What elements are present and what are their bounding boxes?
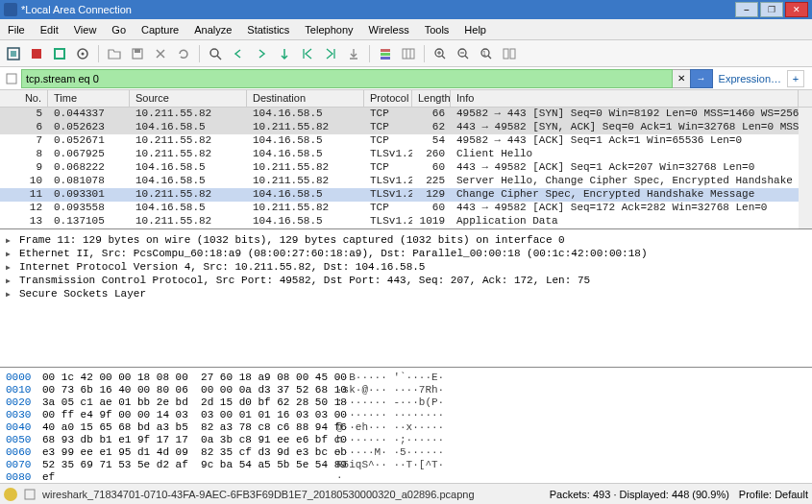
bookmark-filter-icon[interactable] (2, 69, 21, 88)
menu-edit[interactable]: Edit (33, 19, 66, 39)
expression-link[interactable]: Expression… (719, 73, 781, 84)
auto-scroll-icon[interactable] (344, 44, 363, 63)
menu-telephony[interactable]: Telephony (297, 19, 360, 39)
svg-rect-3 (55, 49, 64, 59)
svg-text:1: 1 (482, 50, 486, 57)
zoom-reset-icon[interactable]: 1 (477, 44, 496, 63)
reload-icon[interactable] (174, 44, 193, 63)
hex-line[interactable]: 005068 93 db b1 e1 9f 17 17 0a 3b c8 91 … (6, 434, 806, 446)
zoom-in-icon[interactable] (431, 44, 450, 63)
packet-row[interactable]: 80.06792510.211.55.82104.16.58.5TLSv1.22… (0, 148, 812, 161)
svg-rect-11 (381, 53, 390, 56)
expand-triangle-icon[interactable]: ▶ (6, 250, 15, 258)
packet-row[interactable]: 110.09330110.211.55.82104.16.58.5TLSv1.2… (0, 188, 812, 202)
menu-file[interactable]: File (0, 19, 33, 39)
svg-line-17 (442, 56, 445, 59)
status-packets: Packets: 493 · Displayed: 448 (90.9%) (550, 489, 729, 500)
clear-filter-button[interactable]: ✕ (672, 69, 691, 88)
svg-rect-29 (25, 490, 35, 499)
close-button[interactable]: ✕ (785, 2, 808, 17)
hex-line[interactable]: 000000 1c 42 00 00 18 08 00 27 60 18 a9 … (6, 372, 806, 384)
expand-triangle-icon[interactable]: ▶ (6, 290, 15, 299)
expand-triangle-icon[interactable]: ▶ (6, 236, 15, 245)
scrollbar-head (799, 90, 812, 107)
window-title: *Local Area Connection (21, 4, 733, 15)
start-capture-icon[interactable] (27, 44, 46, 63)
restart-capture-icon[interactable] (73, 44, 92, 63)
status-bar: wireshark_71834701-0710-43FA-9AEC-6FB3F6… (0, 483, 812, 504)
status-profile[interactable]: Profile: Default (739, 489, 808, 500)
detail-line[interactable]: ▶Internet Protocol Version 4, Src: 10.21… (6, 260, 806, 274)
col-proto[interactable]: Protocol (364, 90, 412, 107)
detail-line[interactable]: ▶Transmission Control Protocol, Src Port… (6, 274, 806, 287)
main-toolbar: 1 (0, 40, 812, 67)
svg-rect-1 (11, 51, 16, 57)
col-info[interactable]: Info (451, 90, 799, 107)
col-dst[interactable]: Destination (247, 90, 364, 107)
menu-help[interactable]: Help (456, 19, 494, 39)
add-filter-button[interactable]: + (787, 70, 804, 87)
menu-tools[interactable]: Tools (417, 19, 457, 39)
expand-triangle-icon[interactable]: ▶ (6, 263, 15, 272)
packet-row[interactable]: 60.052623104.16.58.510.211.55.82TCP62443… (0, 121, 812, 134)
packet-list[interactable]: No. Time Source Destination Protocol Len… (0, 90, 812, 229)
packet-detail-pane[interactable]: ▶Frame 11: 129 bytes on wire (1032 bits)… (0, 229, 812, 368)
hex-line[interactable]: 004040 a0 15 65 68 bd a3 b5 82 a3 78 c8 … (6, 421, 806, 434)
packet-row[interactable]: 100.081078104.16.58.510.211.55.82TLSv1.2… (0, 175, 812, 188)
detail-line[interactable]: ▶Frame 11: 129 bytes on wire (1032 bits)… (6, 233, 806, 247)
minimize-button[interactable]: ‒ (735, 2, 758, 17)
packet-row[interactable]: 70.05267110.211.55.82104.16.58.5TCP54495… (0, 134, 812, 148)
go-forward-icon[interactable] (252, 44, 271, 63)
find-icon[interactable] (206, 44, 225, 63)
display-filter-input[interactable] (21, 69, 673, 88)
hex-line[interactable]: 0060e3 99 ee e1 95 d1 4d 09 82 35 cf d3 … (6, 446, 806, 459)
detail-line[interactable]: ▶Ethernet II, Src: PcsCompu_60:18:a9 (08… (6, 247, 806, 260)
hex-line[interactable]: 00203a 05 c1 ae 01 bb 2e bd 2d 15 d0 bf … (6, 396, 806, 409)
packet-bytes-pane[interactable]: 000000 1c 42 00 00 18 08 00 27 60 18 a9 … (0, 368, 812, 483)
packet-list-header: No. Time Source Destination Protocol Len… (0, 90, 812, 108)
status-file: wireshark_71834701-0710-43FA-9AEC-6FB3F6… (42, 489, 550, 500)
menu-analyze[interactable]: Analyze (186, 19, 239, 39)
close-file-icon[interactable] (151, 44, 170, 63)
expert-info-icon[interactable] (4, 488, 17, 501)
svg-rect-10 (381, 49, 390, 52)
packet-row[interactable]: 50.04433710.211.55.82104.16.58.5TCP66495… (0, 108, 812, 121)
col-src[interactable]: Source (130, 90, 247, 107)
svg-line-9 (217, 56, 221, 60)
hex-line[interactable]: 007052 35 69 71 53 5e d2 af 9c ba 54 a5 … (6, 459, 806, 471)
col-no[interactable]: No. (0, 90, 48, 107)
title-bar: *Local Area Connection ‒ ❐ ✕ (0, 0, 812, 19)
packet-row[interactable]: 130.13710510.211.55.82104.16.58.5TLSv1.2… (0, 215, 812, 228)
expand-triangle-icon[interactable]: ▶ (6, 276, 15, 285)
packet-row[interactable]: 90.068222104.16.58.510.211.55.82TCP60443… (0, 161, 812, 175)
menu-wireless[interactable]: Wireless (361, 19, 417, 39)
packet-row[interactable]: 120.093558104.16.58.510.211.55.82TCP6044… (0, 202, 812, 215)
go-back-icon[interactable] (229, 44, 248, 63)
interfaces-icon[interactable] (4, 44, 23, 63)
jump-icon[interactable] (275, 44, 294, 63)
go-first-icon[interactable] (298, 44, 317, 63)
stop-capture-icon[interactable] (50, 44, 69, 63)
svg-point-5 (82, 52, 85, 55)
resize-columns-icon[interactable] (399, 44, 418, 63)
hex-line[interactable]: 003000 ff e4 9f 00 00 14 03 03 00 01 01 … (6, 409, 806, 421)
go-last-icon[interactable] (321, 44, 340, 63)
hex-line[interactable]: 001000 73 6b 16 40 00 80 06 00 00 0a d3 … (6, 384, 806, 396)
open-file-icon[interactable] (105, 44, 124, 63)
hex-line[interactable]: 0080ef · (6, 471, 806, 483)
resize-all-icon[interactable] (500, 44, 519, 63)
apply-filter-button[interactable]: → (690, 69, 713, 88)
detail-line[interactable]: ▶Secure Sockets Layer (6, 287, 806, 300)
save-file-icon[interactable] (128, 44, 147, 63)
menu-statistics[interactable]: Statistics (239, 19, 297, 39)
menu-go[interactable]: Go (104, 19, 134, 39)
col-len[interactable]: Length (412, 90, 451, 107)
app-icon (4, 3, 17, 16)
colorize-icon[interactable] (376, 44, 395, 63)
maximize-button[interactable]: ❐ (760, 2, 783, 17)
menu-view[interactable]: View (66, 19, 105, 39)
zoom-out-icon[interactable] (454, 44, 473, 63)
svg-point-8 (210, 49, 218, 57)
col-time[interactable]: Time (48, 90, 130, 107)
menu-capture[interactable]: Capture (134, 19, 186, 39)
